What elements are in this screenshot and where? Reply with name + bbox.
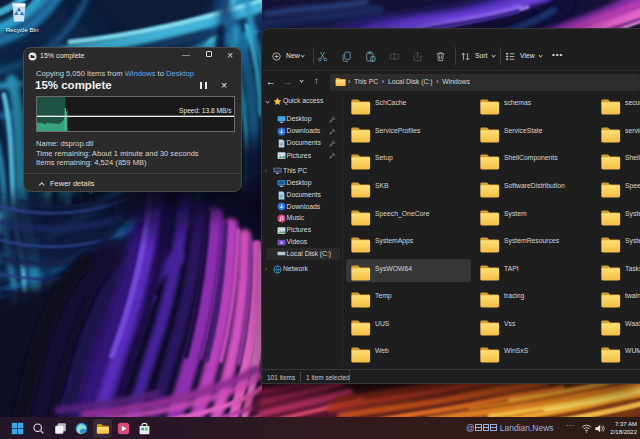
svg-text:Speed: 13.8 MB/s: Speed: 13.8 MB/s xyxy=(179,107,232,115)
